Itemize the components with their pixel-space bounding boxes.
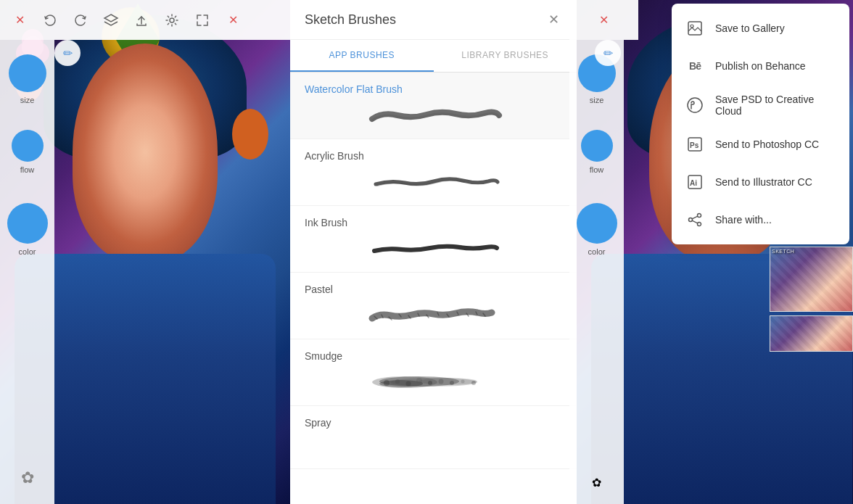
- svg-point-19: [688, 98, 702, 112]
- svg-point-25: [689, 218, 693, 222]
- save-psd-icon: [685, 95, 705, 115]
- size-section: size: [9, 54, 46, 104]
- photoshop-icon: Ps: [685, 134, 705, 154]
- panel-title: Sketch Brushes: [305, 12, 396, 28]
- brush-stroke-watercolor: [305, 102, 562, 128]
- sketch-label: SKETCH: [772, 249, 849, 254]
- save-psd-item[interactable]: Save PSD to Creative Cloud: [672, 85, 849, 125]
- save-gallery-item[interactable]: Save to Gallery: [672, 9, 849, 47]
- brush-stroke-pastel: [305, 302, 562, 328]
- star-icon: ✿: [16, 466, 39, 489]
- art-thumbnail-1: SKETCH: [770, 247, 853, 312]
- right-size-label: size: [590, 96, 604, 104]
- svg-line-28: [692, 220, 698, 223]
- brush-name-pastel: Pastel: [305, 284, 562, 295]
- svg-point-9: [395, 379, 400, 384]
- svg-point-26: [698, 223, 701, 226]
- color-section: color: [7, 203, 48, 256]
- panel-header: Sketch Brushes ✕: [290, 0, 577, 40]
- dropdown-menu: Save to Gallery Bē Publish on Behance Sa…: [672, 4, 849, 244]
- pencil-tool-button[interactable]: ✏: [54, 40, 81, 66]
- brush-stroke-ink: [305, 236, 562, 261]
- right-flow-label: flow: [590, 165, 604, 174]
- redo-button[interactable]: [72, 12, 89, 29]
- svg-point-13: [438, 379, 443, 384]
- brush-item-watercolor[interactable]: Watercolor Flat Brush: [290, 73, 577, 139]
- share-icon: [685, 210, 705, 230]
- pencil-icon: ✏: [63, 46, 73, 60]
- brush-item-pastel[interactable]: Pastel: [290, 273, 577, 339]
- undo-button[interactable]: [41, 12, 59, 29]
- right-flow-circle[interactable]: [581, 130, 613, 162]
- left-sidebar: size flow color ✿: [0, 40, 54, 504]
- settings-button[interactable]: [163, 12, 181, 29]
- tab-library-brushes[interactable]: LIBRARY BRUSHES: [434, 40, 577, 72]
- svg-point-8: [384, 380, 390, 386]
- expand-button[interactable]: [194, 12, 211, 29]
- save-psd-label: Save PSD to Creative Cloud: [715, 94, 836, 117]
- layers-button[interactable]: [102, 12, 120, 29]
- flow-section: flow: [12, 126, 44, 174]
- svg-rect-17: [688, 22, 701, 35]
- right-color-section: color: [577, 203, 617, 256]
- send-illustrator-label: Send to Illustrator CC: [715, 176, 812, 188]
- tabs-container: APP BRUSHES LIBRARY BRUSHES: [290, 40, 577, 73]
- size-label: size: [20, 96, 35, 104]
- flow-circle[interactable]: [12, 130, 44, 162]
- illustrator-icon: Ai: [685, 172, 705, 192]
- right-pencil-icon: ✏: [603, 46, 613, 60]
- right-color-label: color: [588, 247, 606, 256]
- brush-name-spray: Spray: [305, 417, 562, 429]
- brush-name-ink: Ink Brush: [305, 217, 562, 228]
- close-app-button[interactable]: ✕: [11, 12, 28, 29]
- panel-close-button[interactable]: ✕: [545, 11, 562, 28]
- svg-text:Ps: Ps: [690, 141, 699, 149]
- size-circle[interactable]: [9, 54, 46, 92]
- brush-item-smudge[interactable]: Smudge: [290, 339, 577, 406]
- brush-item-spray[interactable]: Spray: [290, 406, 577, 469]
- right-toolbar: ✕: [569, 0, 638, 40]
- color-circle[interactable]: [7, 203, 48, 244]
- svg-point-14: [450, 381, 454, 385]
- svg-point-12: [428, 381, 432, 385]
- brush-stroke-smudge: [305, 369, 562, 394]
- art-thumbnail-2: [770, 315, 853, 352]
- svg-point-15: [461, 380, 464, 384]
- brush-item-acrylic[interactable]: Acrylic Brush: [290, 139, 577, 206]
- brush-list: Watercolor Flat Brush Acrylic Brush Ink …: [290, 73, 577, 504]
- share-label: Share with...: [715, 214, 772, 226]
- right-color-circle[interactable]: [577, 203, 617, 244]
- brush-panel: Sketch Brushes ✕ APP BRUSHES LIBRARY BRU…: [290, 0, 577, 504]
- svg-text:Ai: Ai: [690, 179, 697, 187]
- svg-marker-0: [104, 15, 118, 22]
- svg-point-11: [416, 378, 422, 384]
- brush-name-smudge: Smudge: [305, 350, 562, 362]
- send-photoshop-label: Send to Photoshop CC: [715, 139, 819, 150]
- brush-name-acrylic: Acrylic Brush: [305, 150, 562, 162]
- publish-behance-item[interactable]: Bē Publish on Behance: [672, 47, 849, 85]
- right-star-icon: ✿: [592, 476, 601, 489]
- color-label: color: [19, 247, 36, 256]
- upload-button[interactable]: [133, 12, 150, 29]
- svg-point-24: [698, 214, 701, 218]
- svg-point-16: [471, 381, 476, 385]
- publish-behance-label: Publish on Behance: [715, 60, 806, 72]
- behance-icon: Bē: [685, 56, 705, 76]
- save-gallery-label: Save to Gallery: [715, 22, 785, 34]
- tab-app-brushes[interactable]: APP BRUSHES: [290, 40, 434, 72]
- brush-item-ink[interactable]: Ink Brush: [290, 206, 577, 273]
- svg-point-7: [419, 378, 477, 385]
- right-close-button[interactable]: ✕: [596, 12, 613, 29]
- right-sidebar: size flow color ✿: [569, 40, 624, 504]
- brush-stroke-acrylic: [305, 169, 562, 194]
- svg-point-2: [170, 18, 174, 22]
- flow-label: flow: [20, 165, 35, 174]
- svg-point-10: [405, 381, 411, 387]
- send-illustrator-item[interactable]: Ai Send to Illustrator CC: [672, 163, 849, 201]
- brush-stroke-spray: [305, 436, 562, 458]
- send-photoshop-item[interactable]: Ps Send to Photoshop CC: [672, 125, 849, 163]
- brush-name-watercolor: Watercolor Flat Brush: [305, 83, 562, 95]
- share-item[interactable]: Share with...: [672, 201, 849, 239]
- cancel-button[interactable]: ✕: [224, 12, 242, 29]
- right-pencil-button[interactable]: ✏: [595, 40, 621, 66]
